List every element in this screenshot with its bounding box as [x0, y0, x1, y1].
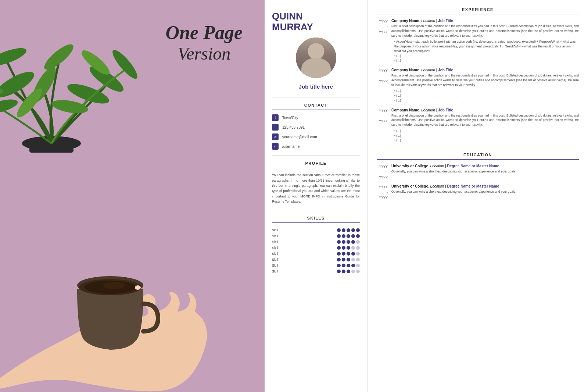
skill-dot-empty — [356, 240, 360, 244]
skill-dot-empty — [351, 258, 355, 261]
skill-dot-filled — [347, 252, 350, 256]
skill-dot-filled — [342, 270, 345, 273]
svg-point-17 — [103, 282, 125, 289]
skill-dot-empty — [356, 270, 360, 273]
exp-description: First, a brief description of the positi… — [391, 73, 579, 87]
exp-content: Company Name. Location | Job Title First… — [391, 68, 579, 103]
resume-job-title: Job title here — [272, 83, 360, 90]
exp-header: YYYY-YYYY Company Name. Location | Job T… — [377, 19, 579, 63]
skill-row: Skill — [272, 240, 360, 244]
skill-dot-filled — [342, 228, 345, 232]
edu-date: YYYY-YYYY — [377, 184, 388, 200]
profile-section-header: PROFILE — [272, 161, 360, 168]
education-list: YYYY-YYYY University or College. Locatio… — [377, 164, 579, 200]
skill-dot-filled — [337, 246, 341, 250]
skill-dot-filled — [347, 264, 350, 267]
page-title: One Page Version — [166, 22, 243, 64]
resume-left-column: QUINN MURRAY Job title here CONTACT 📍 To… — [265, 0, 368, 392]
experience-item: YYYY-YYYY Company Name. Location | Job T… — [377, 19, 579, 63]
skill-dot-filled — [337, 234, 341, 238]
skill-dot-filled — [351, 252, 355, 256]
edu-location: Location — [430, 184, 444, 188]
skill-dot-filled — [351, 228, 355, 232]
divider — [272, 210, 360, 210]
skill-dot-filled — [342, 234, 345, 238]
experience-bullet: (...) — [391, 54, 579, 58]
linkedin-icon: in — [272, 143, 279, 150]
skill-dots — [337, 270, 360, 273]
skill-row: Skill — [272, 264, 360, 267]
skill-name: Skill — [272, 270, 287, 273]
skill-dot-filled — [356, 234, 360, 238]
svg-point-6 — [0, 44, 28, 70]
exp-company: Company Name. Location | Job Title — [391, 108, 579, 112]
skill-dot-empty — [356, 264, 360, 267]
resume-name: QUINN MURRAY — [272, 11, 360, 32]
exp-job-title: Job Title — [438, 108, 453, 112]
skill-dot-empty — [356, 258, 360, 261]
phone-icon: 📞 — [272, 124, 279, 131]
contact-linkedin: in /username — [272, 143, 360, 150]
skill-row: Skill — [272, 246, 360, 250]
exp-description: First, a brief description of the positi… — [391, 24, 579, 38]
skill-row: Skill — [272, 258, 360, 261]
exp-job-title: Job Title — [438, 68, 453, 72]
experience-bullet: (...) — [391, 133, 579, 138]
title-line1: One Page — [166, 22, 243, 43]
skill-dots — [337, 264, 360, 267]
divider — [272, 155, 360, 156]
edu-description: Optionally, you can write a short text d… — [391, 189, 579, 194]
education-section-header: EDUCATION — [377, 153, 579, 160]
skill-dot-filled — [351, 234, 355, 238]
skill-dot-filled — [342, 264, 345, 267]
skill-dots — [337, 234, 360, 238]
location-icon: 📍 — [272, 114, 279, 121]
edu-location: Location — [430, 164, 444, 168]
skill-dot-filled — [347, 270, 350, 273]
resume-photo — [296, 38, 336, 78]
exp-location: Location — [421, 68, 435, 72]
skill-dot-filled — [337, 270, 341, 273]
experience-bullet: (...) — [391, 98, 579, 103]
skill-dot-filled — [356, 228, 360, 232]
exp-description: First, a brief description of the positi… — [391, 113, 579, 127]
title-line2: Version — [166, 43, 243, 64]
exp-date: YYYY-YYYY — [377, 68, 388, 103]
skill-row: Skill — [272, 228, 360, 232]
svg-point-13 — [109, 47, 141, 82]
skill-dot-filled — [337, 258, 341, 261]
exp-company-name: Company Name — [391, 68, 419, 72]
skill-dot-filled — [337, 264, 341, 267]
edu-date: YYYY-YYYY — [377, 164, 388, 180]
skill-dot-filled — [347, 246, 350, 250]
skill-name: Skill — [272, 246, 287, 250]
skill-dot-filled — [351, 240, 355, 244]
skill-dot-empty — [356, 252, 360, 256]
email-icon: ✉ — [272, 133, 279, 140]
exp-location: Location — [421, 19, 435, 23]
contact-location: 📍 Town/City — [272, 114, 360, 121]
experience-section-header: EXPERIENCE — [377, 7, 579, 14]
education-item: YYYY-YYYY University or College. Locatio… — [377, 184, 579, 200]
exp-company-name: Company Name — [391, 108, 419, 112]
skill-dot-filled — [337, 240, 341, 244]
skill-dot-empty — [351, 270, 355, 273]
contact-phone: 📞 123.456.7891 — [272, 124, 360, 131]
exp-company-name: Company Name — [391, 19, 419, 23]
education-item: YYYY-YYYY University or College. Locatio… — [377, 164, 579, 180]
edu-university: University or College. Location | Degree… — [391, 184, 579, 188]
experience-item: YYYY-YYYY Company Name. Location | Job T… — [377, 68, 579, 103]
left-decorative-panel: One Page Version — [0, 0, 265, 392]
skill-name: Skill — [272, 258, 287, 261]
experience-bullet: (...) — [391, 58, 579, 63]
skill-dot-filled — [347, 258, 350, 261]
exp-content: Company Name. Location | Job Title First… — [391, 108, 579, 143]
skill-row: Skill — [272, 270, 360, 273]
skill-row: Skill — [272, 252, 360, 256]
skill-dot-filled — [337, 228, 341, 232]
edu-divider — [377, 148, 579, 148]
svg-point-5 — [41, 41, 76, 74]
svg-point-9 — [51, 98, 89, 116]
skill-name: Skill — [272, 252, 287, 256]
divider — [272, 97, 360, 97]
